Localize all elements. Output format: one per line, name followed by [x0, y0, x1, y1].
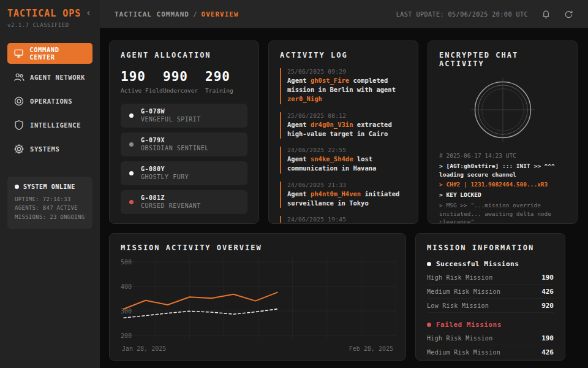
- sidebar-item-label: COMMAND CENTER: [29, 46, 86, 61]
- agent-name: OBSIDIAN SENTINEL: [141, 145, 209, 151]
- stat-training: 290 Training: [205, 69, 247, 95]
- stat-label: Active Field: [121, 87, 163, 95]
- svg-text:500: 500: [121, 259, 132, 266]
- activity-log-panel: ACTIVITY LOG 25/06/2025 09:29Agent gh0st…: [268, 40, 418, 224]
- log-text: Agent dr4g0n_V3in extracted high-value t…: [287, 120, 407, 139]
- mission-groups: Successful MissionsHigh Risk Mission190M…: [427, 260, 554, 361]
- breadcrumb-separator: /: [193, 10, 198, 18]
- mission-stat-label: Medium Risk Mission: [427, 349, 500, 356]
- last-update-text: LAST UPDATE: 05/06/2025 20:00 UTC: [396, 11, 528, 18]
- agent-code: G-078W: [141, 108, 201, 115]
- x-axis-start-label: Jan 28, 2025: [122, 345, 166, 352]
- mission-activity-panel: MISSION ACTIVITY OVERVIEW 500400300200 J…: [109, 233, 406, 361]
- x-axis-end-label: Feb 28, 2025: [349, 345, 393, 352]
- svg-text:200: 200: [121, 332, 132, 339]
- stat-label: Undercover: [163, 87, 205, 95]
- agent-row[interactable]: G-078WVENGEFUL SPIRIT: [121, 104, 247, 128]
- log-entry: 25/06/2025 09:29Agent gh0st_Fire complet…: [280, 68, 407, 104]
- mission-stat-row: Low Risk Mission920: [427, 359, 554, 361]
- system-status-title: SYSTEM ONLINE: [23, 183, 75, 190]
- sidebar-item-operations[interactable]: OPERATIONS: [7, 91, 92, 112]
- activity-log-list[interactable]: 25/06/2025 09:29Agent gh0st_Fire complet…: [280, 68, 407, 223]
- svg-text:400: 400: [121, 283, 132, 290]
- chart-series-primary-missions: [124, 293, 277, 309]
- mission-group-header: Failed Missions: [427, 321, 554, 329]
- users-icon: [13, 72, 24, 83]
- terminal-line: > MSG >> "...mission override initiated.…: [439, 201, 566, 224]
- mission-stat-row: High Risk Mission190: [427, 270, 554, 285]
- log-entry: 24/06/2025 21:33Agent ph4nt0m_H4ven init…: [280, 182, 407, 208]
- agent-list: G-078WVENGEFUL SPIRITG-079XOBSIDIAN SENT…: [121, 104, 247, 214]
- sidebar-item-command-center[interactable]: COMMAND CENTER: [7, 43, 92, 64]
- stat-value: 190: [121, 69, 163, 84]
- terminal-line: > [AGT:gh0stfire] ::: INIT >> ^^^ loadin…: [439, 162, 566, 179]
- missions-line: MISSIONS: 23 ONGOING: [15, 213, 85, 222]
- chart-x-axis-labels: Jan 28, 2025 Feb 28, 2025: [121, 345, 394, 352]
- sidebar-item-agent-network[interactable]: AGENT NETWORK: [7, 67, 92, 88]
- mission-group-label: Failed Missions: [436, 321, 502, 329]
- agent-status-dot: [129, 171, 134, 175]
- stat-undercover: 990 Undercover: [163, 69, 205, 95]
- mission-information-title: MISSION INFORMATION: [427, 243, 554, 252]
- agent-name: CURSED REVENANT: [141, 202, 201, 209]
- mission-group-dot: [427, 323, 431, 327]
- agent-code: G-080Y: [141, 166, 189, 172]
- shield-icon: [13, 120, 24, 131]
- monitor-icon: [13, 48, 24, 59]
- gear-icon: [13, 144, 24, 155]
- mission-activity-title: MISSION ACTIVITY OVERVIEW: [121, 243, 394, 252]
- sidebar-item-label: AGENT NETWORK: [30, 74, 85, 81]
- agent-row[interactable]: G-080YGHOSTLY FURY: [121, 161, 247, 185]
- mission-stat-label: High Risk Mission: [427, 335, 492, 342]
- agent-text: G-079XOBSIDIAN SENTINEL: [141, 137, 209, 151]
- agent-text: G-081ZCURSED REVENANT: [141, 194, 201, 209]
- breadcrumb-root[interactable]: TACTICAL COMMAND: [115, 10, 189, 18]
- topbar-right: LAST UPDATE: 05/06/2025 20:00 UTC: [396, 9, 573, 19]
- collapse-sidebar-icon[interactable]: ‹: [85, 9, 92, 18]
- breadcrumb-current: OVERVIEW: [202, 10, 239, 18]
- log-timestamp: 24/06/2025 21:33: [287, 182, 407, 188]
- encrypted-chat-panel: ENCRYPTED CHAT ACTIVITY # 2025-06-17 14:…: [428, 40, 578, 224]
- notifications-button[interactable]: [541, 9, 551, 19]
- main-area: TACTICAL COMMAND/OVERVIEW LAST UPDATE: 0…: [100, 0, 588, 368]
- terminal-line: # 2025-06-17 14:23 UTC: [439, 151, 566, 160]
- mission-stat-label: Medium Risk Mission: [427, 288, 500, 295]
- mission-group-header: Successful Missions: [427, 260, 554, 268]
- agent-text: G-080YGHOSTLY FURY: [141, 166, 189, 180]
- log-timestamp: 24/06/2025 22:55: [287, 147, 407, 153]
- mission-stat-row: High Risk Mission190: [427, 331, 554, 345]
- mission-stat-label: High Risk Mission: [427, 274, 492, 281]
- agent-allocation-title: AGENT ALLOCATION: [121, 51, 247, 59]
- system-status-box: SYSTEM ONLINE UPTIME: 72:14:33 AGENTS: 8…: [7, 177, 92, 229]
- agent-code: G-081Z: [141, 194, 201, 201]
- online-status-dot: [15, 185, 19, 189]
- agent-row[interactable]: G-079XOBSIDIAN SENTINEL: [121, 132, 247, 156]
- mission-stat-value: 426: [541, 288, 554, 296]
- agent-row[interactable]: G-081ZCURSED REVENANT: [121, 190, 247, 214]
- log-timestamp: 25/06/2025 08:12: [287, 112, 407, 119]
- log-text: Agent ph4nt0m_H4ven initiated surveillan…: [287, 190, 407, 208]
- log-timestamp: 25/06/2025 09:29: [287, 68, 407, 75]
- sidebar-item-label: SYSTEMS: [30, 145, 59, 153]
- mission-activity-chart: 500400300200 Jan 28, 2025 Feb 28, 2025: [121, 257, 394, 352]
- target-icon: [13, 96, 24, 107]
- mission-information-panel: MISSION INFORMATION Successful MissionsH…: [415, 233, 565, 361]
- agent-handle: dr4g0n_V3in: [311, 121, 353, 128]
- log-entry: 24/06/2025 19:45: [280, 216, 407, 223]
- agent-allocation-panel: AGENT ALLOCATION 190 Active Field 990 Un…: [109, 40, 259, 224]
- topbar: TACTICAL COMMAND/OVERVIEW LAST UPDATE: 0…: [100, 0, 588, 28]
- mission-stat-value: 920: [541, 302, 554, 310]
- agent-text: G-078WVENGEFUL SPIRIT: [141, 108, 201, 123]
- sidebar-item-systems[interactable]: SYSTEMS: [7, 139, 92, 159]
- refresh-icon: [564, 10, 573, 19]
- mission-group-dot: [427, 262, 431, 266]
- agent-handle: sn4ke_Sh4de: [311, 155, 353, 163]
- app-version: v2.1.7 CLASSIFIED: [7, 22, 92, 28]
- agent-status-dot: [129, 200, 134, 204]
- terminal-line: > KEY LOCKED: [439, 191, 566, 199]
- sidebar-item-intelligence[interactable]: INTELLIGENCE: [7, 115, 92, 136]
- agent-status-dot: [129, 113, 134, 118]
- agent-code: G-079X: [141, 137, 209, 144]
- refresh-button[interactable]: [564, 10, 573, 19]
- mission-stat-value: 426: [541, 348, 554, 356]
